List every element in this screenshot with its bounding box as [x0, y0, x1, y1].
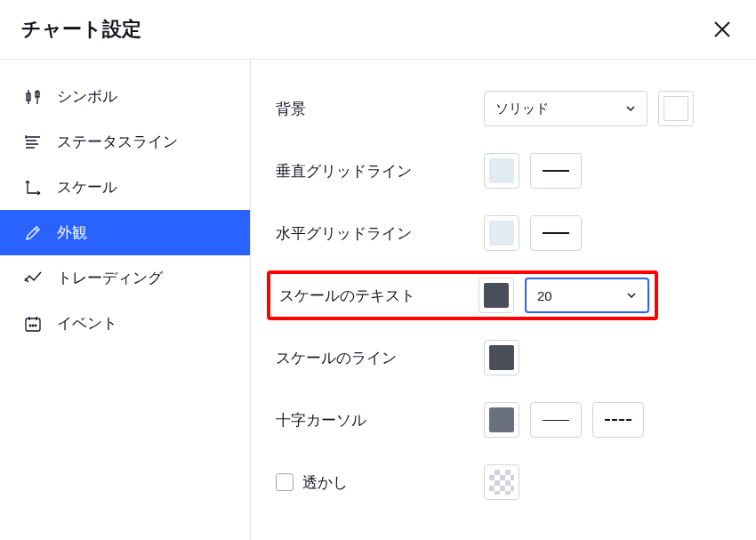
watermark-checkbox[interactable]	[276, 473, 294, 491]
row-background: 背景 ソリッド	[276, 77, 731, 140]
label-hgrid: 水平グリッドライン	[276, 223, 471, 244]
scale-text-color-swatch[interactable]	[479, 278, 514, 313]
list-icon	[23, 133, 43, 152]
sidebar-item-label: 外観	[57, 222, 87, 243]
label-background: 背景	[276, 99, 471, 119]
pencil-icon	[23, 223, 43, 243]
sidebar-item-trading[interactable]: トレーディング	[0, 255, 250, 301]
line-solid-icon	[543, 170, 569, 172]
sidebar-item-label: スケール	[57, 177, 117, 197]
color-preview-transparent	[489, 470, 514, 495]
color-preview	[489, 407, 514, 432]
line-solid-icon	[543, 232, 569, 234]
chevron-down-icon	[625, 101, 636, 117]
sidebar-item-symbol[interactable]: シンボル	[0, 74, 250, 119]
hgrid-line-style[interactable]	[530, 215, 582, 251]
color-preview	[489, 221, 514, 246]
color-preview	[664, 96, 688, 121]
sidebar-item-label: トレーディング	[57, 268, 163, 288]
svg-point-3	[29, 325, 31, 326]
crosshair-line-style-2[interactable]	[592, 402, 644, 438]
label-watermark-wrap: 透かし	[276, 472, 471, 493]
color-preview	[489, 158, 514, 183]
sidebar-item-appearance[interactable]: 外観	[0, 210, 250, 255]
color-preview	[484, 283, 509, 308]
background-color-swatch[interactable]	[658, 91, 694, 126]
candlestick-icon	[23, 87, 43, 107]
vgrid-color-swatch[interactable]	[484, 153, 519, 189]
label-vgrid: 垂直グリッドライン	[276, 161, 471, 181]
line-thin-icon	[543, 420, 569, 421]
crosshair-color-swatch[interactable]	[484, 402, 519, 438]
trading-icon	[23, 269, 43, 288]
label-watermark: 透かし	[302, 472, 348, 493]
select-value: 20	[537, 288, 552, 303]
chevron-down-icon	[626, 288, 637, 303]
scale-text-size-select[interactable]: 20	[525, 278, 649, 313]
dialog-header: チャート設定	[0, 0, 756, 60]
dialog-body: シンボル ステータスライン スケール	[0, 60, 756, 540]
calendar-icon	[23, 314, 43, 334]
sidebar-item-scale[interactable]: スケール	[0, 165, 250, 210]
svg-point-5	[35, 325, 36, 326]
label-scale-line: スケールのライン	[276, 348, 471, 368]
close-button[interactable]	[710, 17, 735, 42]
sidebar-item-label: ステータスライン	[57, 132, 178, 152]
sidebar-item-label: イベント	[57, 313, 117, 334]
hgrid-color-swatch[interactable]	[484, 215, 519, 251]
svg-point-4	[32, 325, 34, 326]
row-watermark: 透かし	[276, 451, 731, 513]
sidebar-item-status-line[interactable]: ステータスライン	[0, 119, 250, 165]
sidebar: シンボル ステータスライン スケール	[0, 60, 251, 540]
row-scale-line: スケールのライン	[276, 326, 731, 389]
sidebar-item-events[interactable]: イベント	[0, 301, 250, 346]
scale-line-color-swatch[interactable]	[484, 340, 519, 375]
row-crosshair: 十字カーソル	[276, 389, 731, 451]
axes-icon	[23, 178, 43, 197]
select-value: ソリッド	[495, 101, 549, 117]
highlight-annotation: スケールのテキスト 20	[267, 270, 658, 320]
dialog-title: チャート設定	[21, 16, 141, 43]
close-icon	[713, 20, 731, 38]
color-preview	[489, 345, 514, 370]
row-hgrid: 水平グリッドライン	[276, 202, 731, 264]
crosshair-line-style-1[interactable]	[530, 402, 582, 438]
vgrid-line-style[interactable]	[530, 153, 582, 189]
row-scale-text: スケールのテキスト 20	[276, 264, 731, 326]
settings-panel: 背景 ソリッド 垂直グリッドライン	[251, 60, 756, 540]
sidebar-item-label: シンボル	[57, 86, 117, 107]
label-crosshair: 十字カーソル	[276, 410, 471, 431]
watermark-color-swatch[interactable]	[484, 464, 519, 500]
line-dashed-icon	[605, 419, 631, 421]
row-vgrid: 垂直グリッドライン	[276, 140, 731, 202]
label-scale-text: スケールのテキスト	[276, 286, 466, 306]
background-type-select[interactable]: ソリッド	[484, 91, 647, 126]
